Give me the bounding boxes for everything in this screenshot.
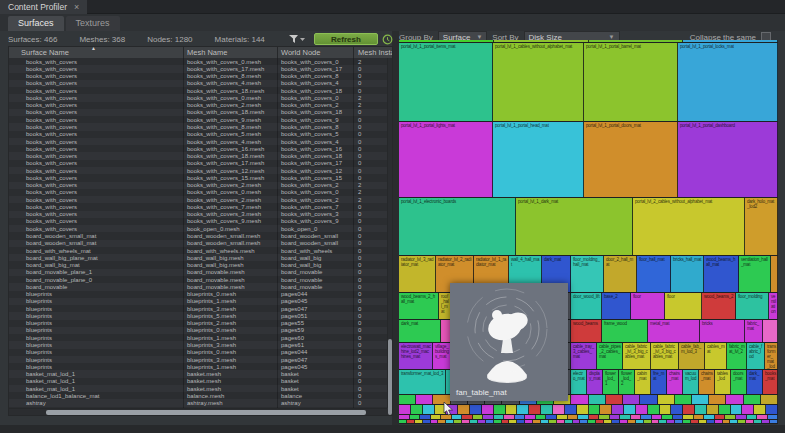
treemap-block[interactable]: [620, 420, 628, 423]
treemap-block[interactable]: ventilation: [769, 293, 778, 319]
history-button[interactable]: [382, 34, 393, 45]
table-row[interactable]: books_with_coversbooks_with_covers_15.me…: [9, 174, 387, 181]
treemap-block[interactable]: [462, 420, 470, 423]
treemap-block[interactable]: [533, 420, 541, 423]
treemap-block[interactable]: [675, 395, 692, 404]
table-row[interactable]: books_with_coversbooks_with_covers_8.mes…: [9, 73, 387, 80]
table-row[interactable]: books_with_coversbooks_with_covers_0.mes…: [9, 189, 387, 196]
treemap-block[interactable]: floor: [631, 293, 665, 319]
treemap-block[interactable]: [494, 420, 502, 423]
table-row[interactable]: blueprintsblueprints_3.meshpages0470: [9, 305, 387, 312]
treemap-block[interactable]: radiator_lvl_3_radiator_mat: [399, 256, 436, 292]
treemap-block[interactable]: [763, 320, 778, 342]
treemap-block[interactable]: [719, 405, 731, 414]
table-row[interactable]: basket_mat_lod_1basket.meshbasket0: [9, 378, 387, 385]
treemap-block[interactable]: fabric_mat: [745, 320, 763, 342]
treemap-block[interactable]: [723, 420, 731, 423]
table-row[interactable]: books_with_coversbooks_with_covers_0.mes…: [9, 58, 387, 65]
table-row[interactable]: books_with_coversbooks_with_covers_5.mes…: [9, 131, 387, 138]
treemap-block[interactable]: base_2: [602, 293, 631, 319]
treemap-block[interactable]: [746, 420, 754, 423]
treemap-block[interactable]: portal_lvl_1_dark_mat: [516, 198, 633, 255]
treemap-block[interactable]: [536, 415, 547, 419]
treemap-block[interactable]: portal_lvl_1_portal_dashboard: [678, 122, 778, 197]
treemap-block[interactable]: [423, 405, 435, 414]
close-icon[interactable]: ×: [74, 3, 79, 12]
table-row[interactable]: board_wooden_small_matboard_wooden_small…: [9, 232, 387, 239]
table-row[interactable]: books_with_coversbooks_with_covers_17.me…: [9, 65, 387, 72]
treemap-block[interactable]: village_buildings_mat: [433, 343, 451, 369]
treemap-block[interactable]: portal_lvl_1_portal_doors_mat: [584, 122, 678, 197]
treemap-block[interactable]: [588, 420, 596, 423]
treemap-block[interactable]: [470, 405, 482, 414]
treemap-block[interactable]: [757, 415, 768, 419]
table-row[interactable]: basket_mat_lod_1basket.meshbasket0: [9, 370, 387, 377]
treemap-block[interactable]: [667, 420, 675, 423]
treemap-block[interactable]: dark_mat: [747, 370, 763, 394]
treemap-block[interactable]: [744, 395, 761, 404]
table-row[interactable]: books_with_coversbooks_with_covers_17.me…: [9, 160, 387, 167]
treemap-block[interactable]: [571, 395, 588, 404]
table-row[interactable]: basket_mat_lod_1basket.meshbasket0: [9, 385, 387, 392]
table-row[interactable]: books_with_coversbooks_with_covers_7.mes…: [9, 203, 387, 210]
treemap-block[interactable]: [636, 420, 644, 423]
treemap-block[interactable]: [494, 415, 505, 419]
treemap-block[interactable]: [416, 395, 433, 404]
treemap-block[interactable]: [683, 420, 691, 423]
treemap-block[interactable]: [671, 405, 683, 414]
table-row[interactable]: books_with_coversbooks_with_covers_18.me…: [9, 152, 387, 159]
treemap-block[interactable]: [631, 415, 642, 419]
treemap-block[interactable]: [742, 405, 754, 414]
filter-button[interactable]: [288, 34, 306, 44]
treemap-block[interactable]: [612, 420, 620, 423]
treemap-block[interactable]: cable_fabric_lvl_3_big_cables_mat: [623, 343, 651, 369]
treemap-block[interactable]: chairs_mat: [667, 370, 683, 394]
treemap-block[interactable]: [589, 405, 601, 414]
treemap-block[interactable]: [673, 415, 684, 419]
table-row[interactable]: books_with_coversbook_open_0.meshbook_op…: [9, 225, 387, 232]
treemap-block[interactable]: [502, 420, 510, 423]
window-tab[interactable]: Content Profiler ×: [0, 0, 87, 14]
table-row[interactable]: books_with_coversbooks_with_covers_12.me…: [9, 167, 387, 174]
table-row[interactable]: books_with_coversbooks_with_covers_18.me…: [9, 87, 387, 94]
table-row[interactable]: books_with_coversbooks_with_covers_2.mes…: [9, 196, 387, 203]
treemap-block[interactable]: [624, 405, 636, 414]
treemap-block[interactable]: fabric_mat_lvl_2: [727, 343, 747, 369]
table-row[interactable]: books_with_coversbooks_with_covers_2.mes…: [9, 182, 387, 189]
treemap-block[interactable]: [541, 420, 549, 423]
treemap-block[interactable]: [589, 40, 684, 42]
treemap-block[interactable]: bricks_hall_mat: [671, 256, 704, 292]
treemap-block[interactable]: dark_mat: [399, 320, 441, 342]
treemap-block[interactable]: portal_lvl_1_portal_lights_mat: [399, 122, 493, 197]
table-row[interactable]: books_with_coversbooks_with_covers_18.me…: [9, 109, 387, 116]
treemap-block[interactable]: portal_lvl_2_cables_without_alphabet_mat: [633, 198, 745, 255]
table-row[interactable]: books_with_coversbooks_with_covers_8.mes…: [9, 123, 387, 130]
table-row[interactable]: blueprintsblueprints_2.meshpages550: [9, 320, 387, 327]
treemap-block[interactable]: door_wood_lift: [571, 293, 602, 319]
treemap-block[interactable]: [399, 415, 410, 419]
treemap-block[interactable]: cable_tray_3_cables_mat: [571, 343, 597, 369]
treemap-block[interactable]: cable_pipes_2_cables_mat: [597, 343, 623, 369]
horizontal-scrollbar[interactable]: [9, 408, 387, 415]
tab-surfaces[interactable]: Surfaces: [8, 16, 64, 31]
treemap-block[interactable]: [747, 415, 758, 419]
treemap-block[interactable]: [648, 405, 660, 414]
treemap-block[interactable]: [695, 405, 707, 414]
treemap-block[interactable]: [736, 415, 747, 419]
treemap-block[interactable]: [504, 415, 515, 419]
treemap-block[interactable]: [770, 420, 778, 423]
treemap-block[interactable]: [482, 405, 494, 414]
vertical-scrollbar-thumb[interactable]: [388, 339, 392, 415]
treemap-block[interactable]: [517, 420, 525, 423]
table-row[interactable]: blueprintsblueprints_1.meshpages600: [9, 334, 387, 341]
treemap-block[interactable]: wood_beams_hall_mat: [704, 256, 739, 292]
treemap-block[interactable]: [577, 405, 589, 414]
table-row[interactable]: blueprintsblueprints_3.meshpages610: [9, 341, 387, 348]
refresh-button[interactable]: Refresh: [314, 33, 378, 45]
table-row[interactable]: board_movable_plane_0board_movable.meshb…: [9, 276, 387, 283]
table-row[interactable]: books_with_coversbooks_with_covers_0.mes…: [9, 94, 387, 101]
treemap-block[interactable]: [494, 405, 506, 414]
treemap-block[interactable]: [766, 405, 778, 414]
treemap-block[interactable]: portal_lvl_1_portal_barrel_mat: [584, 43, 678, 121]
treemap-block[interactable]: [709, 395, 726, 404]
